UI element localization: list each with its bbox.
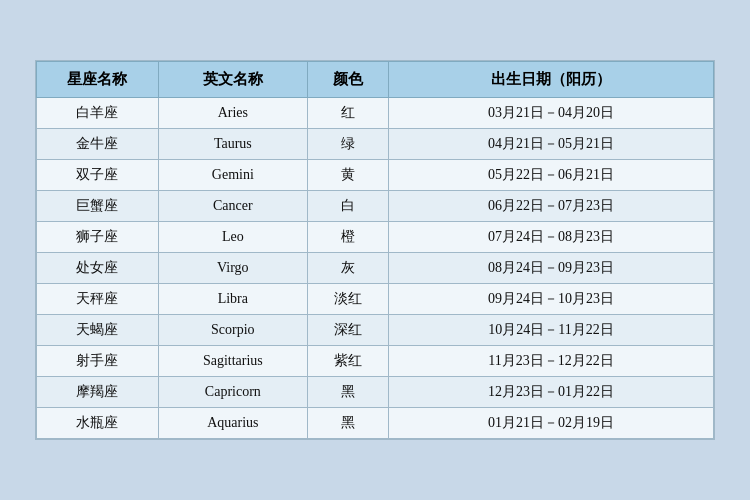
cell-date: 03月21日－04月20日 <box>389 98 714 129</box>
cell-color: 绿 <box>307 129 388 160</box>
cell-chinese: 双子座 <box>37 160 159 191</box>
cell-english: Cancer <box>158 191 307 222</box>
cell-english: Scorpio <box>158 315 307 346</box>
header-english: 英文名称 <box>158 62 307 98</box>
header-color: 颜色 <box>307 62 388 98</box>
table-row: 双子座Gemini黄05月22日－06月21日 <box>37 160 714 191</box>
cell-chinese: 巨蟹座 <box>37 191 159 222</box>
table-row: 射手座Sagittarius紫红11月23日－12月22日 <box>37 346 714 377</box>
cell-chinese: 天蝎座 <box>37 315 159 346</box>
cell-color: 紫红 <box>307 346 388 377</box>
cell-date: 07月24日－08月23日 <box>389 222 714 253</box>
cell-date: 09月24日－10月23日 <box>389 284 714 315</box>
table-row: 白羊座Aries红03月21日－04月20日 <box>37 98 714 129</box>
table-row: 狮子座Leo橙07月24日－08月23日 <box>37 222 714 253</box>
cell-chinese: 射手座 <box>37 346 159 377</box>
cell-english: Capricorn <box>158 377 307 408</box>
cell-english: Virgo <box>158 253 307 284</box>
table-row: 摩羯座Capricorn黑12月23日－01月22日 <box>37 377 714 408</box>
cell-chinese: 处女座 <box>37 253 159 284</box>
cell-chinese: 白羊座 <box>37 98 159 129</box>
cell-english: Leo <box>158 222 307 253</box>
table-row: 金牛座Taurus绿04月21日－05月21日 <box>37 129 714 160</box>
cell-english: Taurus <box>158 129 307 160</box>
zodiac-table: 星座名称 英文名称 颜色 出生日期（阳历） 白羊座Aries红03月21日－04… <box>36 61 714 439</box>
cell-date: 06月22日－07月23日 <box>389 191 714 222</box>
header-date: 出生日期（阳历） <box>389 62 714 98</box>
cell-chinese: 水瓶座 <box>37 408 159 439</box>
cell-date: 08月24日－09月23日 <box>389 253 714 284</box>
cell-date: 11月23日－12月22日 <box>389 346 714 377</box>
cell-chinese: 金牛座 <box>37 129 159 160</box>
cell-color: 淡红 <box>307 284 388 315</box>
cell-english: Gemini <box>158 160 307 191</box>
table-header-row: 星座名称 英文名称 颜色 出生日期（阳历） <box>37 62 714 98</box>
table-row: 天蝎座Scorpio深红10月24日－11月22日 <box>37 315 714 346</box>
cell-color: 黑 <box>307 377 388 408</box>
cell-chinese: 天秤座 <box>37 284 159 315</box>
cell-color: 黑 <box>307 408 388 439</box>
table-row: 处女座Virgo灰08月24日－09月23日 <box>37 253 714 284</box>
cell-date: 10月24日－11月22日 <box>389 315 714 346</box>
table-row: 天秤座Libra淡红09月24日－10月23日 <box>37 284 714 315</box>
header-chinese: 星座名称 <box>37 62 159 98</box>
cell-color: 白 <box>307 191 388 222</box>
cell-english: Libra <box>158 284 307 315</box>
cell-color: 橙 <box>307 222 388 253</box>
cell-english: Sagittarius <box>158 346 307 377</box>
cell-date: 04月21日－05月21日 <box>389 129 714 160</box>
table-row: 水瓶座Aquarius黑01月21日－02月19日 <box>37 408 714 439</box>
zodiac-table-container: 星座名称 英文名称 颜色 出生日期（阳历） 白羊座Aries红03月21日－04… <box>35 60 715 440</box>
cell-date: 12月23日－01月22日 <box>389 377 714 408</box>
cell-chinese: 狮子座 <box>37 222 159 253</box>
cell-english: Aries <box>158 98 307 129</box>
cell-date: 05月22日－06月21日 <box>389 160 714 191</box>
table-row: 巨蟹座Cancer白06月22日－07月23日 <box>37 191 714 222</box>
cell-color: 黄 <box>307 160 388 191</box>
cell-date: 01月21日－02月19日 <box>389 408 714 439</box>
cell-color: 灰 <box>307 253 388 284</box>
cell-chinese: 摩羯座 <box>37 377 159 408</box>
cell-english: Aquarius <box>158 408 307 439</box>
cell-color: 深红 <box>307 315 388 346</box>
cell-color: 红 <box>307 98 388 129</box>
